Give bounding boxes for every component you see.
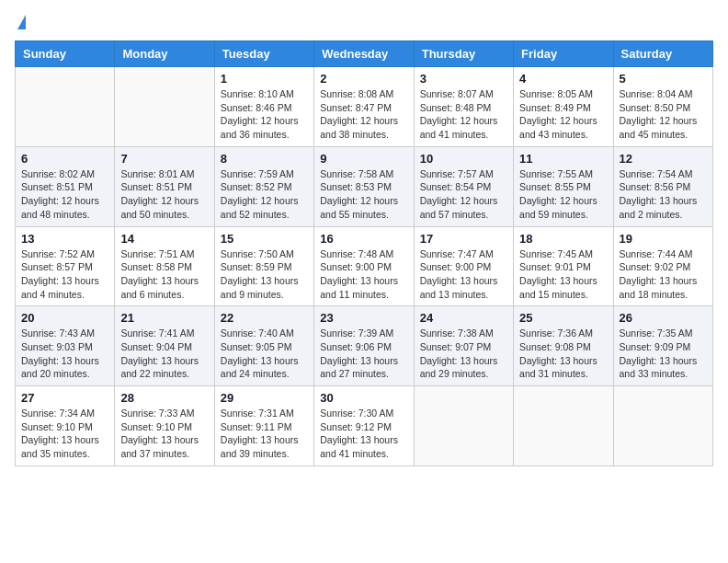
day-number: 19 [620, 232, 707, 246]
calendar-cell: 30Sunrise: 7:30 AMSunset: 9:12 PMDayligh… [314, 386, 414, 466]
day-number: 27 [21, 391, 108, 405]
calendar-cell [414, 386, 513, 466]
day-number: 13 [21, 232, 108, 246]
calendar-cell: 12Sunrise: 7:54 AMSunset: 8:56 PMDayligh… [613, 146, 712, 226]
calendar-cell: 23Sunrise: 7:39 AMSunset: 9:06 PMDayligh… [314, 306, 414, 386]
calendar-cell: 9Sunrise: 7:58 AMSunset: 8:53 PMDaylight… [314, 146, 414, 226]
calendar-cell: 27Sunrise: 7:34 AMSunset: 9:10 PMDayligh… [16, 386, 115, 466]
day-info: Sunrise: 7:52 AMSunset: 8:57 PMDaylight:… [21, 247, 108, 302]
day-info: Sunrise: 7:35 AMSunset: 9:09 PMDaylight:… [620, 327, 707, 381]
day-number: 14 [120, 232, 208, 246]
column-header-sunday: Sunday [16, 41, 115, 67]
calendar-cell: 24Sunrise: 7:38 AMSunset: 9:07 PMDayligh… [414, 306, 513, 386]
day-info: Sunrise: 7:45 AMSunset: 9:01 PMDaylight:… [519, 247, 607, 302]
calendar-week-row: 1Sunrise: 8:10 AMSunset: 8:46 PMDaylight… [16, 67, 713, 147]
day-number: 15 [221, 232, 308, 246]
calendar-week-row: 6Sunrise: 8:02 AMSunset: 8:51 PMDaylight… [16, 146, 713, 226]
day-number: 16 [320, 232, 407, 246]
calendar-cell: 19Sunrise: 7:44 AMSunset: 9:02 PMDayligh… [613, 226, 712, 306]
day-number: 11 [519, 152, 607, 166]
calendar-cell: 3Sunrise: 8:07 AMSunset: 8:48 PMDaylight… [414, 67, 513, 147]
day-number: 18 [519, 232, 607, 246]
day-info: Sunrise: 8:02 AMSunset: 8:51 PMDaylight:… [21, 167, 108, 222]
day-number: 23 [320, 311, 407, 325]
day-number: 22 [221, 311, 308, 325]
day-number: 17 [420, 232, 507, 246]
day-number: 8 [221, 152, 308, 166]
calendar-cell: 2Sunrise: 8:08 AMSunset: 8:47 PMDaylight… [314, 67, 414, 147]
day-number: 21 [120, 311, 208, 325]
column-header-tuesday: Tuesday [214, 41, 313, 67]
calendar-cell: 13Sunrise: 7:52 AMSunset: 8:57 PMDayligh… [16, 226, 115, 306]
calendar-cell: 7Sunrise: 8:01 AMSunset: 8:51 PMDaylight… [115, 146, 214, 226]
day-info: Sunrise: 7:39 AMSunset: 9:06 PMDaylight:… [320, 327, 407, 381]
day-info: Sunrise: 7:47 AMSunset: 9:00 PMDaylight:… [420, 247, 507, 302]
day-info: Sunrise: 7:40 AMSunset: 9:05 PMDaylight:… [221, 327, 308, 381]
calendar-cell: 11Sunrise: 7:55 AMSunset: 8:55 PMDayligh… [514, 146, 613, 226]
day-info: Sunrise: 7:58 AMSunset: 8:53 PMDaylight:… [320, 167, 407, 222]
day-info: Sunrise: 7:51 AMSunset: 8:58 PMDaylight:… [120, 247, 208, 302]
day-number: 9 [320, 152, 407, 166]
day-info: Sunrise: 7:34 AMSunset: 9:10 PMDaylight:… [21, 407, 108, 461]
column-header-thursday: Thursday [414, 41, 513, 67]
day-number: 10 [420, 152, 507, 166]
column-header-wednesday: Wednesday [314, 41, 414, 67]
calendar-cell: 16Sunrise: 7:48 AMSunset: 9:00 PMDayligh… [314, 226, 414, 306]
calendar-header-row: SundayMondayTuesdayWednesdayThursdayFrid… [16, 41, 713, 67]
calendar-cell: 21Sunrise: 7:41 AMSunset: 9:04 PMDayligh… [115, 306, 214, 386]
calendar-cell: 6Sunrise: 8:02 AMSunset: 8:51 PMDaylight… [16, 146, 115, 226]
calendar-cell: 10Sunrise: 7:57 AMSunset: 8:54 PMDayligh… [414, 146, 513, 226]
day-number: 28 [120, 391, 208, 405]
day-info: Sunrise: 8:04 AMSunset: 8:50 PMDaylight:… [620, 87, 707, 142]
calendar-cell: 28Sunrise: 7:33 AMSunset: 9:10 PMDayligh… [115, 386, 214, 466]
day-info: Sunrise: 7:38 AMSunset: 9:07 PMDaylight:… [420, 327, 507, 381]
day-number: 24 [420, 311, 507, 325]
calendar-cell: 8Sunrise: 7:59 AMSunset: 8:52 PMDaylight… [214, 146, 313, 226]
calendar-cell: 29Sunrise: 7:31 AMSunset: 9:11 PMDayligh… [214, 386, 313, 466]
day-info: Sunrise: 7:50 AMSunset: 8:59 PMDaylight:… [221, 247, 308, 302]
day-info: Sunrise: 7:41 AMSunset: 9:04 PMDaylight:… [120, 327, 208, 381]
day-number: 3 [420, 72, 507, 86]
calendar-cell: 18Sunrise: 7:45 AMSunset: 9:01 PMDayligh… [514, 226, 613, 306]
calendar-week-row: 13Sunrise: 7:52 AMSunset: 8:57 PMDayligh… [16, 226, 713, 306]
day-info: Sunrise: 7:43 AMSunset: 9:03 PMDaylight:… [21, 327, 108, 381]
day-info: Sunrise: 7:36 AMSunset: 9:08 PMDaylight:… [519, 327, 607, 381]
calendar-cell: 15Sunrise: 7:50 AMSunset: 8:59 PMDayligh… [214, 226, 313, 306]
day-number: 6 [21, 152, 108, 166]
day-number: 4 [519, 72, 607, 86]
calendar-cell: 17Sunrise: 7:47 AMSunset: 9:00 PMDayligh… [414, 226, 513, 306]
day-number: 25 [519, 311, 607, 325]
day-info: Sunrise: 8:08 AMSunset: 8:47 PMDaylight:… [320, 87, 407, 142]
day-info: Sunrise: 7:59 AMSunset: 8:52 PMDaylight:… [221, 167, 308, 222]
day-info: Sunrise: 8:07 AMSunset: 8:48 PMDaylight:… [420, 87, 507, 142]
day-number: 7 [120, 152, 208, 166]
column-header-monday: Monday [115, 41, 214, 67]
logo [15, 15, 26, 31]
calendar-cell [115, 67, 214, 147]
day-info: Sunrise: 7:44 AMSunset: 9:02 PMDaylight:… [620, 247, 707, 302]
calendar-cell: 22Sunrise: 7:40 AMSunset: 9:05 PMDayligh… [214, 306, 313, 386]
day-number: 20 [21, 311, 108, 325]
day-info: Sunrise: 7:33 AMSunset: 9:10 PMDaylight:… [120, 407, 208, 461]
calendar-cell [613, 386, 712, 466]
calendar-cell: 5Sunrise: 8:04 AMSunset: 8:50 PMDaylight… [613, 67, 712, 147]
day-number: 30 [320, 391, 407, 405]
calendar-week-row: 27Sunrise: 7:34 AMSunset: 9:10 PMDayligh… [16, 386, 713, 466]
day-info: Sunrise: 7:54 AMSunset: 8:56 PMDaylight:… [620, 167, 707, 222]
day-number: 29 [221, 391, 308, 405]
header [15, 15, 713, 31]
day-info: Sunrise: 7:55 AMSunset: 8:55 PMDaylight:… [519, 167, 607, 222]
calendar-cell: 25Sunrise: 7:36 AMSunset: 9:08 PMDayligh… [514, 306, 613, 386]
calendar-cell [16, 67, 115, 147]
day-info: Sunrise: 7:57 AMSunset: 8:54 PMDaylight:… [420, 167, 507, 222]
day-number: 5 [620, 72, 707, 86]
calendar-table: SundayMondayTuesdayWednesdayThursdayFrid… [15, 40, 713, 466]
day-number: 1 [221, 72, 308, 86]
calendar-cell: 14Sunrise: 7:51 AMSunset: 8:58 PMDayligh… [115, 226, 214, 306]
calendar-cell: 4Sunrise: 8:05 AMSunset: 8:49 PMDaylight… [514, 67, 613, 147]
calendar-cell: 26Sunrise: 7:35 AMSunset: 9:09 PMDayligh… [613, 306, 712, 386]
calendar-cell [514, 386, 613, 466]
calendar-cell: 20Sunrise: 7:43 AMSunset: 9:03 PMDayligh… [16, 306, 115, 386]
column-header-saturday: Saturday [613, 41, 712, 67]
day-number: 2 [320, 72, 407, 86]
